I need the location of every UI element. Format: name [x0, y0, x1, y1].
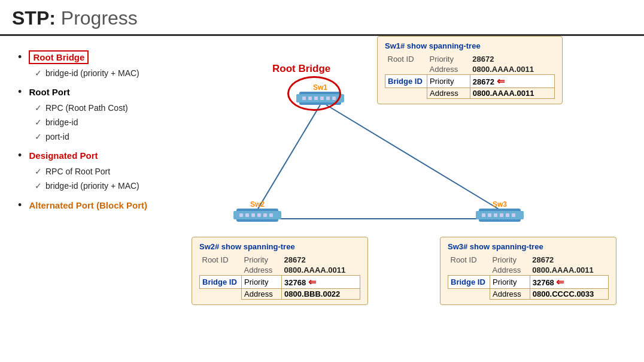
sw1-root-priority-value: 28672: [470, 54, 554, 64]
sw3-root-id-row: Root ID Priority 28672: [448, 255, 609, 265]
svg-rect-6: [308, 96, 312, 100]
sw1-root-priority-label: Priority: [427, 54, 470, 64]
svg-rect-14: [239, 213, 243, 217]
sw2-root-id-label: Root ID: [200, 255, 242, 265]
sw2-arrow-icon: ⇐: [308, 277, 316, 287]
svg-rect-23: [482, 213, 485, 217]
svg-rect-10: [332, 96, 336, 100]
bullet-root-bridge: Root Bridge bridge-id (priority + MAC): [18, 48, 192, 80]
sw3-svg: Sw3: [473, 198, 527, 231]
svg-rect-25: [494, 213, 497, 217]
sw2-table: Root ID Priority 28672 Address 0800.AAAA…: [199, 255, 360, 300]
sub-port-id: port-id: [35, 130, 192, 144]
alternated-port-label: Alternated Port (Block Port): [29, 200, 147, 210]
sw3-root-id-label: Root ID: [448, 255, 490, 265]
root-bridge-label: Root Bridge: [29, 50, 89, 64]
sw1-bridge-id-label: Bridge ID: [385, 75, 427, 88]
svg-rect-16: [251, 213, 255, 217]
sw1-icon: Sw1: [293, 81, 347, 116]
sw2-bridge-priority-label: Priority: [242, 276, 282, 289]
sw2-svg: Sw2: [230, 198, 284, 231]
sw1-svg: Sw1: [293, 81, 347, 114]
svg-line-0: [257, 105, 320, 210]
root-bridge-sub: bridge-id (priority + MAC): [35, 67, 192, 81]
title-progress: Progress: [56, 7, 138, 29]
sw2-root-priority-value: 28672: [282, 255, 360, 265]
svg-rect-27: [506, 213, 509, 217]
svg-rect-8: [320, 96, 324, 100]
sw2-bridge-address-row: Address 0800.BBB.0022: [200, 289, 360, 300]
sw1-box-title: Sw1# show spanning-tree: [385, 41, 555, 50]
root-port-sub: RPC (Root Path Cost) bridge-id port-id: [35, 101, 192, 144]
svg-rect-26: [500, 213, 503, 217]
sw1-root-address-row: Address 0800.AAAA.0011: [385, 64, 555, 75]
sw1-root-address-label: Address: [427, 64, 470, 75]
sub-rpc: RPC (Root Path Cost): [35, 101, 192, 116]
designated-port-label: Designated Port: [29, 150, 98, 161]
sub-bridge-id3: bridge-id (priority + MAC): [35, 179, 192, 194]
root-port-label: Root Port: [29, 87, 69, 97]
sw3-arrow-icon: ⇐: [556, 277, 564, 287]
svg-text:Sw1: Sw1: [313, 83, 327, 92]
sub-bridge-id2: bridge-id: [35, 116, 192, 130]
bullet-list: Root Bridge bridge-id (priority + MAC) R…: [18, 48, 192, 214]
svg-text:Sw3: Sw3: [493, 200, 507, 209]
sw2-info-box: Sw2# show spanning-tree Root ID Priority…: [192, 237, 368, 305]
svg-rect-28: [512, 213, 515, 217]
svg-rect-5: [302, 96, 306, 100]
sw2-icon: Sw2: [230, 198, 284, 233]
sw1-bridge-address-row: Address 0800.AAAA.0011: [385, 88, 555, 99]
sw1-bridge-id-row: Bridge ID Priority 28672 ⇐: [385, 75, 555, 88]
left-panel: Root Bridge bridge-id (priority + MAC) R…: [0, 36, 203, 356]
sw3-bridge-id-row: Bridge ID Priority 32768 ⇐: [448, 276, 609, 289]
svg-rect-17: [257, 213, 261, 217]
svg-rect-9: [326, 96, 330, 100]
svg-rect-19: [269, 213, 273, 217]
sw1-info-box: Sw1# show spanning-tree Root ID Priority…: [377, 36, 563, 104]
sw3-bridge-address-label: Address: [490, 289, 530, 300]
svg-rect-15: [245, 213, 249, 217]
bullet-designated-port: Designated Port RPC of Root Port bridge-…: [18, 146, 192, 193]
sw1-bridge-priority-value: 28672 ⇐: [470, 75, 554, 88]
page-title: STP: Progress: [12, 7, 632, 29]
sw1-bridge-address-value: 0800.AAAA.0011: [470, 88, 554, 99]
sw2-root-address-row: Address 0800.AAAA.0011: [200, 265, 360, 276]
sw2-bridge-address-value: 0800.BBB.0022: [282, 289, 360, 300]
sw1-root-id-row: Root ID Priority 28672: [385, 54, 555, 64]
designated-port-sub: RPC of Root Port bridge-id (priority + M…: [35, 165, 192, 194]
main-content: Root Bridge bridge-id (priority + MAC) R…: [0, 36, 644, 356]
sub-rpc-root: RPC of Root Port: [35, 165, 192, 179]
sw1-bridge-priority-label: Priority: [427, 75, 470, 88]
sw2-box-title: Sw2# show spanning-tree: [199, 242, 360, 251]
sw1-bridge-address-label: Address: [427, 88, 470, 99]
sw3-root-priority-value: 28672: [530, 255, 608, 265]
sw1-root-id-label: Root ID: [385, 54, 427, 64]
sw3-root-address-row: Address 0800.AAAA.0011: [448, 265, 609, 276]
sw1-arrow-icon: ⇐: [497, 76, 505, 86]
sw3-root-address-value: 0800.AAAA.0011: [530, 265, 608, 276]
sw3-root-address-label: Address: [490, 265, 530, 276]
sw2-bridge-priority-value: 32768 ⇐: [282, 276, 360, 289]
sw3-bridge-id-label: Bridge ID: [448, 276, 490, 289]
sw3-bridge-address-row: Address 0800.CCCC.0033: [448, 289, 609, 300]
svg-rect-7: [314, 96, 318, 100]
page-header: STP: Progress: [0, 0, 644, 36]
title-stp: STP:: [12, 7, 56, 29]
sw3-bridge-address-value: 0800.CCCC.0033: [530, 289, 608, 300]
sw2-bridge-id-row: Bridge ID Priority 32768 ⇐: [200, 276, 360, 289]
sw3-bridge-priority-label: Priority: [490, 276, 530, 289]
sw3-table: Root ID Priority 28672 Address 0800.AAAA…: [448, 255, 609, 300]
svg-rect-18: [263, 213, 267, 217]
sw3-root-priority-label: Priority: [490, 255, 530, 265]
sub-bridge-id: bridge-id (priority + MAC): [35, 67, 192, 81]
sw2-root-address-value: 0800.AAAA.0011: [282, 265, 360, 276]
sw1-root-address-value: 0800.AAAA.0011: [470, 64, 554, 75]
sw2-bridge-id-label: Bridge ID: [200, 276, 242, 289]
bullet-root-port: Root Port RPC (Root Path Cost) bridge-id…: [18, 83, 192, 144]
sw2-root-id-row: Root ID Priority 28672: [200, 255, 360, 265]
svg-rect-24: [488, 213, 491, 217]
bullet-alternated-port: Alternated Port (Block Port): [18, 196, 192, 215]
root-bridge-diagram-label: Root Bridge: [272, 63, 330, 75]
svg-line-1: [326, 105, 500, 210]
sw3-box-title: Sw3# show spanning-tree: [448, 242, 609, 251]
